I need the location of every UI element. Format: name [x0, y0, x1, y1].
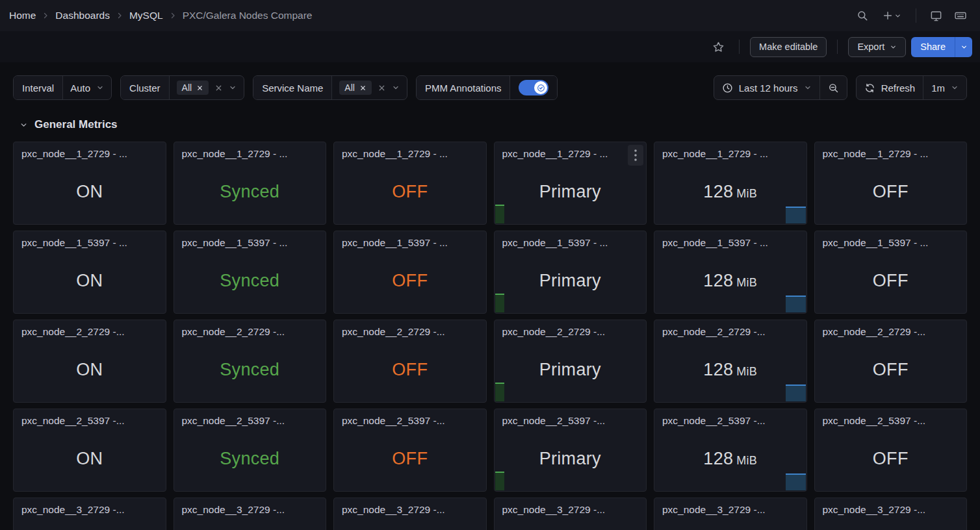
search-icon[interactable] [852, 5, 873, 26]
section-title: General Metrics [34, 118, 118, 131]
stat-panel: pxc_node__2_5397 -... OFF [333, 409, 487, 492]
service-name-select[interactable]: All [332, 76, 407, 99]
panel-body: Synced [174, 249, 326, 313]
panel-menu-kebab-icon[interactable] [628, 145, 643, 166]
panel-title[interactable]: pxc_node__1_2729 - ... [654, 142, 806, 160]
export-button[interactable]: Export [848, 37, 906, 57]
panel-title[interactable]: pxc_node__2_5397 -... [654, 409, 806, 427]
interval-filter: Interval Auto [13, 75, 112, 100]
stat-panel: pxc_node__2_2729 -... Synced [174, 320, 327, 403]
stat-panel: pxc_node__3_2729 -... [13, 498, 166, 530]
panel-body: Synced [174, 427, 326, 491]
panel-title[interactable]: pxc_node__3_2729 -... [815, 498, 967, 516]
divider [739, 40, 740, 54]
monitor-icon[interactable] [925, 5, 946, 26]
plus-icon [883, 10, 893, 21]
panel-title[interactable]: pxc_node__2_5397 -... [815, 409, 967, 427]
panel-title[interactable]: pxc_node__2_2729 -... [815, 320, 967, 338]
pmm-annotations-toggle-cell [510, 76, 557, 99]
stat-panel: pxc_node__2_5397 -... OFF [814, 409, 968, 492]
service-name-chip[interactable]: All [339, 81, 372, 95]
panel-title[interactable]: pxc_node__1_2729 - ... [334, 142, 486, 160]
close-icon [196, 84, 203, 92]
panel-title[interactable]: pxc_node__2_2729 -... [654, 320, 806, 338]
chevron-down-icon [894, 12, 901, 19]
interval-select[interactable]: Auto [63, 76, 111, 99]
panel-title[interactable]: pxc_node__1_5397 - ... [14, 231, 166, 249]
panel-title[interactable]: pxc_node__2_2729 -... [14, 320, 166, 338]
panel-title[interactable]: pxc_node__2_2729 -... [334, 320, 486, 338]
pmm-annotations-toggle[interactable] [519, 80, 548, 95]
refresh-button[interactable]: Refresh [857, 76, 923, 99]
breadcrumb-dashboards[interactable]: Dashboards [55, 10, 110, 21]
panel-value: 128MiB [703, 361, 757, 379]
clear-selection-icon[interactable] [214, 84, 223, 92]
share-button[interactable]: Share [911, 37, 955, 57]
panel-title[interactable]: pxc_node__1_2729 - ... [495, 142, 647, 160]
chevron-right-icon [169, 12, 177, 19]
sparkline-bar [786, 473, 806, 490]
panel-value: OFF [392, 450, 428, 468]
stat-panel: pxc_node__2_5397 -... ON [13, 409, 166, 492]
star-icon[interactable] [708, 36, 729, 57]
section-general-metrics[interactable]: General Metrics [19, 117, 980, 132]
panel-title[interactable]: pxc_node__1_5397 - ... [654, 231, 806, 249]
top-nav-bar: Home Dashboards MySQL PXC/Galera Nodes C… [0, 0, 980, 31]
add-menu-button[interactable] [877, 5, 907, 26]
panel-body [815, 516, 967, 530]
panel-title[interactable]: pxc_node__1_2729 - ... [174, 142, 326, 160]
stat-panel: pxc_node__1_5397 - ... Primary [494, 231, 647, 314]
keyboard-icon[interactable] [950, 5, 971, 26]
panel-title[interactable]: pxc_node__3_2729 -... [495, 498, 647, 516]
panel-title[interactable]: pxc_node__1_5397 - ... [174, 231, 326, 249]
panel-title[interactable]: pxc_node__1_5397 - ... [495, 231, 647, 249]
panel-body: Primary [495, 249, 647, 313]
panel-title[interactable]: pxc_node__1_2729 - ... [14, 142, 166, 160]
panel-title[interactable]: pxc_node__1_2729 - ... [815, 142, 967, 160]
panel-title[interactable]: pxc_node__2_5397 -... [334, 409, 486, 427]
share-menu-button[interactable] [955, 37, 972, 57]
panel-body: ON [14, 249, 166, 313]
breadcrumb-mysql[interactable]: MySQL [129, 10, 163, 21]
stat-panel: pxc_node__1_2729 - ... Synced [174, 142, 327, 225]
panel-title[interactable]: pxc_node__3_2729 -... [334, 498, 486, 516]
panel-title[interactable]: pxc_node__2_5397 -... [174, 409, 326, 427]
stat-panel: pxc_node__1_2729 - ... OFF [333, 142, 487, 225]
chevron-down-icon [961, 44, 968, 51]
pmm-annotations-filter: PMM Annotations [416, 75, 558, 100]
panel-title[interactable]: pxc_node__2_5397 -... [495, 409, 647, 427]
panel-title[interactable]: pxc_node__3_2729 -... [174, 498, 326, 516]
service-name-chip-label: All [344, 82, 355, 93]
service-name-label: Service Name [253, 76, 332, 99]
panel-title[interactable]: pxc_node__2_2729 -... [174, 320, 326, 338]
stat-panel: pxc_node__2_2729 -... OFF [333, 320, 487, 403]
cluster-chip[interactable]: All [177, 81, 209, 95]
panel-title[interactable]: pxc_node__3_2729 -... [14, 498, 166, 516]
panel-body: Primary [495, 338, 647, 402]
panel-title[interactable]: pxc_node__1_5397 - ... [334, 231, 486, 249]
service-name-filter: Service Name All [253, 75, 407, 100]
panel-value: OFF [873, 183, 909, 201]
panel-body: 128MiB [654, 338, 806, 402]
zoom-out-button[interactable] [819, 76, 847, 99]
stat-panel: pxc_node__2_2729 -... ON [13, 320, 166, 403]
divider [837, 40, 838, 54]
panel-value-unit: MiB [736, 187, 757, 200]
panel-value: OFF [873, 450, 909, 468]
refresh-interval-select[interactable]: 1m [923, 76, 966, 99]
refresh-icon [864, 82, 875, 94]
breadcrumb: Home Dashboards MySQL PXC/Galera Nodes C… [9, 10, 313, 21]
panel-title[interactable]: pxc_node__3_2729 -... [654, 498, 806, 516]
clear-selection-icon[interactable] [378, 84, 386, 92]
panel-title[interactable]: pxc_node__2_5397 -... [14, 409, 166, 427]
cluster-select[interactable]: All [170, 76, 244, 99]
panel-value-unit: MiB [736, 276, 757, 289]
time-range-button[interactable]: Last 12 hours [714, 76, 819, 99]
breadcrumb-home[interactable]: Home [9, 10, 36, 21]
sparkline-bar [495, 383, 504, 401]
make-editable-button[interactable]: Make editable [750, 37, 827, 57]
interval-label: Interval [14, 76, 63, 99]
panel-title[interactable]: pxc_node__2_2729 -... [495, 320, 647, 338]
panel-body: 128MiB [654, 249, 806, 313]
panel-title[interactable]: pxc_node__1_5397 - ... [815, 231, 967, 249]
